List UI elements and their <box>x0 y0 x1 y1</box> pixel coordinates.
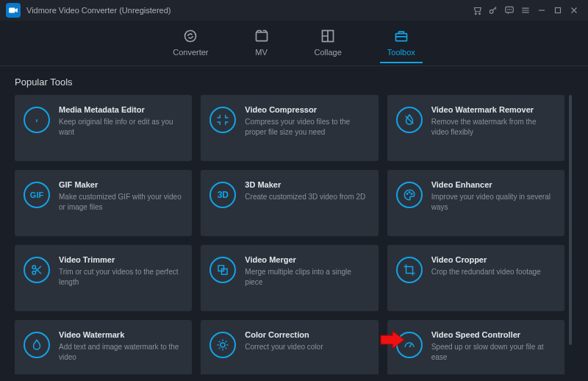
droplet-remove-icon <box>396 107 423 133</box>
svg-point-17 <box>32 271 36 275</box>
svg-point-20 <box>220 343 225 347</box>
maximize-button[interactable] <box>550 2 566 18</box>
card-title: Video Speed Controller <box>431 330 554 339</box>
card-desc: Remove the watermark from the video flex… <box>431 117 554 137</box>
tab-mv[interactable]: MV <box>251 24 272 63</box>
gif-icon: GIF <box>24 182 50 208</box>
card-title: Color Correction <box>245 330 368 339</box>
key-icon[interactable] <box>485 2 501 18</box>
section-title: Popular Tools <box>15 76 573 88</box>
toolbox-icon <box>394 29 409 45</box>
svg-rect-0 <box>9 8 15 13</box>
svg-point-14 <box>409 192 410 193</box>
card-desc: Keep original file info or edit as you w… <box>59 117 182 137</box>
card-desc: Merge multiple clips into a single piece <box>245 267 368 287</box>
svg-point-2 <box>479 13 481 15</box>
tool-video-cropper[interactable]: Video Cropper Crop the redundant video f… <box>387 245 564 311</box>
tool-video-watermark-remover[interactable]: Video Watermark Remover Remove the water… <box>387 95 564 161</box>
svg-rect-10 <box>256 32 267 41</box>
card-title: Video Trimmer <box>59 255 182 264</box>
close-button[interactable] <box>566 2 582 18</box>
card-title: Video Cropper <box>431 255 554 264</box>
menu-icon[interactable] <box>517 2 534 18</box>
cart-icon[interactable] <box>469 2 485 18</box>
card-desc: Crop the redundant video footage <box>431 267 554 277</box>
tool-media-metadata-editor[interactable]: Media Metadata Editor Keep original file… <box>15 95 192 161</box>
merge-icon <box>209 257 236 283</box>
tab-label: Toolbox <box>387 48 415 57</box>
tab-label: Collage <box>315 48 342 57</box>
card-title: Video Watermark Remover <box>431 105 554 114</box>
card-title: Video Enhancer <box>431 180 554 189</box>
card-desc: Trim or cut your videos to the perfect l… <box>59 267 182 287</box>
tools-scroll: Media Metadata Editor Keep original file… <box>15 95 573 374</box>
card-title: Video Merger <box>245 255 368 264</box>
gauge-icon <box>396 332 423 358</box>
compress-icon <box>209 107 236 133</box>
svg-point-7 <box>511 10 512 10</box>
titlebar: Vidmore Video Converter (Unregistered) <box>0 0 588 21</box>
tab-collage[interactable]: Collage <box>312 24 345 63</box>
svg-point-9 <box>185 30 196 41</box>
droplet-icon <box>24 332 50 358</box>
tool-video-merger[interactable]: Video Merger Merge multiple clips into a… <box>201 245 378 311</box>
tool-video-watermark[interactable]: Video Watermark Add text and image water… <box>15 320 192 374</box>
three-d-icon: 3D <box>209 182 236 208</box>
tool-video-compressor[interactable]: Video Compressor Compress your video fil… <box>201 95 378 161</box>
palette-icon <box>396 182 423 208</box>
tool-gif-maker[interactable]: GIF GIF Maker Make customized GIF with y… <box>15 170 192 236</box>
svg-point-3 <box>490 10 493 13</box>
svg-rect-8 <box>556 8 561 13</box>
tool-color-correction[interactable]: Color Correction Correct your video colo… <box>201 320 378 374</box>
svg-point-6 <box>509 10 510 10</box>
collage-icon <box>320 29 335 45</box>
svg-point-13 <box>406 193 408 195</box>
crop-icon <box>396 257 423 283</box>
card-desc: Compress your video files to the proper … <box>245 117 368 137</box>
app-logo <box>6 3 21 18</box>
card-desc: Make customized GIF with your video or i… <box>59 192 182 212</box>
tool-video-trimmer[interactable]: Video Trimmer Trim or cut your videos to… <box>15 245 192 311</box>
svg-point-15 <box>411 193 412 195</box>
svg-point-5 <box>507 10 508 10</box>
tools-grid: Media Metadata Editor Keep original file… <box>15 95 564 374</box>
card-title: 3D Maker <box>245 180 368 189</box>
card-desc: Add text and image watermark to the vide… <box>59 342 182 362</box>
tab-converter[interactable]: Converter <box>170 24 211 63</box>
scissors-icon <box>24 257 50 283</box>
tab-label: MV <box>255 48 268 57</box>
tool-video-speed-controller[interactable]: Video Speed Controller Speed up or slow … <box>387 320 564 374</box>
card-desc: Speed up or slow down your file at ease <box>431 342 554 362</box>
feedback-icon[interactable] <box>501 2 517 18</box>
window-title: Vidmore Video Converter (Unregistered) <box>26 6 171 15</box>
tool-video-enhancer[interactable]: Video Enhancer Improve your video qualit… <box>387 170 564 236</box>
svg-point-1 <box>475 13 476 15</box>
card-desc: Correct your video color <box>245 342 368 352</box>
tool-3d-maker[interactable]: 3D 3D Maker Create customized 3D video f… <box>201 170 378 236</box>
card-desc: Improve your video quality in several wa… <box>431 192 554 212</box>
navbar: Converter MV Collage Toolbox <box>0 21 588 66</box>
sun-icon <box>209 332 236 358</box>
card-title: Media Metadata Editor <box>59 105 182 114</box>
content-area: Popular Tools Media Metadata Editor Keep… <box>0 66 588 381</box>
svg-point-16 <box>32 266 36 269</box>
card-title: Video Watermark <box>59 330 182 339</box>
card-desc: Create customized 3D video from 2D <box>245 192 368 202</box>
tab-toolbox[interactable]: Toolbox <box>384 24 418 63</box>
minimize-button[interactable] <box>534 2 550 18</box>
card-title: Video Compressor <box>245 105 368 114</box>
scrollbar[interactable] <box>569 95 572 345</box>
tab-label: Converter <box>173 48 208 57</box>
converter-icon <box>183 29 198 45</box>
card-title: GIF Maker <box>59 180 182 189</box>
mv-icon <box>254 29 269 45</box>
info-icon <box>24 107 50 133</box>
